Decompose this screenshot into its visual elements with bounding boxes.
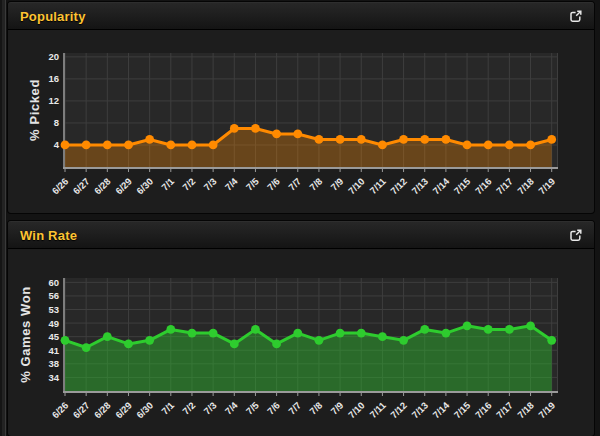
svg-text:% Picked: % Picked: [27, 79, 42, 141]
svg-text:6/30: 6/30: [134, 176, 155, 197]
svg-text:7/19: 7/19: [536, 176, 557, 197]
svg-text:7/13: 7/13: [409, 176, 430, 197]
svg-text:7/18: 7/18: [515, 400, 536, 421]
svg-text:7/8: 7/8: [307, 400, 324, 417]
svg-text:34: 34: [48, 372, 59, 383]
svg-text:7/15: 7/15: [452, 399, 473, 420]
svg-text:7/18: 7/18: [515, 176, 536, 197]
svg-text:6/28: 6/28: [92, 176, 113, 197]
refresh-icon[interactable]: [568, 9, 582, 23]
svg-text:7/17: 7/17: [494, 400, 515, 421]
svg-text:7/16: 7/16: [473, 400, 494, 421]
svg-text:6/26: 6/26: [50, 176, 71, 197]
popularity-panel: Popularity 48121620% Picked6/266/276/286…: [8, 2, 594, 213]
svg-text:56: 56: [48, 290, 59, 301]
popularity-panel-header: Popularity: [8, 2, 594, 30]
svg-text:7/17: 7/17: [494, 176, 515, 197]
svg-text:16: 16: [48, 73, 59, 84]
svg-text:6/27: 6/27: [71, 176, 92, 197]
svg-text:7/5: 7/5: [244, 175, 262, 193]
win-rate-chart: 3438414549535660% Games Won6/266/276/286…: [8, 249, 594, 436]
svg-text:6/29: 6/29: [113, 176, 134, 197]
svg-text:60: 60: [48, 277, 59, 288]
svg-text:7/3: 7/3: [201, 176, 218, 193]
svg-text:49: 49: [48, 318, 59, 329]
svg-text:7/10: 7/10: [346, 400, 367, 421]
svg-text:7/14: 7/14: [430, 399, 451, 420]
svg-text:4: 4: [54, 139, 60, 150]
svg-text:6/28: 6/28: [92, 400, 113, 421]
svg-text:53: 53: [48, 304, 59, 315]
win-rate-panel: Win Rate 3438414549535660% Games Won6/26…: [8, 221, 594, 436]
svg-text:7/10: 7/10: [346, 176, 367, 197]
svg-text:7/5: 7/5: [244, 399, 262, 417]
svg-text:7/4: 7/4: [223, 399, 241, 417]
svg-text:7/19: 7/19: [536, 400, 557, 421]
svg-text:7/7: 7/7: [286, 400, 303, 417]
svg-text:7/9: 7/9: [328, 400, 345, 417]
svg-text:7/4: 7/4: [223, 175, 241, 193]
panel-title: Win Rate: [20, 228, 77, 243]
svg-text:7/16: 7/16: [473, 176, 494, 197]
svg-text:12: 12: [48, 95, 59, 106]
svg-text:20: 20: [48, 51, 59, 62]
svg-text:7/9: 7/9: [328, 176, 345, 193]
svg-text:7/1: 7/1: [159, 175, 177, 193]
svg-text:7/11: 7/11: [367, 399, 388, 420]
svg-text:7/14: 7/14: [430, 175, 451, 196]
svg-text:7/12: 7/12: [388, 176, 409, 197]
refresh-icon[interactable]: [568, 228, 582, 242]
svg-text:% Games Won: % Games Won: [18, 286, 33, 383]
svg-text:6/26: 6/26: [50, 400, 71, 421]
svg-text:7/12: 7/12: [388, 400, 409, 421]
popularity-chart: 48121620% Picked6/266/276/286/296/307/17…: [8, 30, 594, 213]
svg-text:6/29: 6/29: [113, 400, 134, 421]
svg-text:45: 45: [48, 331, 59, 342]
win-rate-panel-header: Win Rate: [8, 221, 594, 249]
svg-text:7/11: 7/11: [367, 175, 388, 196]
svg-text:7/6: 7/6: [265, 400, 282, 417]
svg-text:7/2: 7/2: [180, 400, 197, 417]
svg-text:7/15: 7/15: [452, 175, 473, 196]
svg-text:7/13: 7/13: [409, 400, 430, 421]
page-left-edge: [0, 0, 8, 436]
panel-title: Popularity: [20, 9, 86, 24]
svg-text:7/2: 7/2: [180, 176, 197, 193]
svg-text:8: 8: [54, 117, 59, 128]
svg-text:6/27: 6/27: [71, 400, 92, 421]
svg-text:7/7: 7/7: [286, 176, 303, 193]
svg-text:7/1: 7/1: [159, 399, 177, 417]
svg-text:7/6: 7/6: [265, 176, 282, 193]
svg-text:41: 41: [48, 345, 59, 356]
svg-text:6/30: 6/30: [134, 400, 155, 421]
svg-text:38: 38: [48, 358, 59, 369]
svg-text:7/3: 7/3: [201, 400, 218, 417]
svg-text:7/8: 7/8: [307, 176, 324, 193]
